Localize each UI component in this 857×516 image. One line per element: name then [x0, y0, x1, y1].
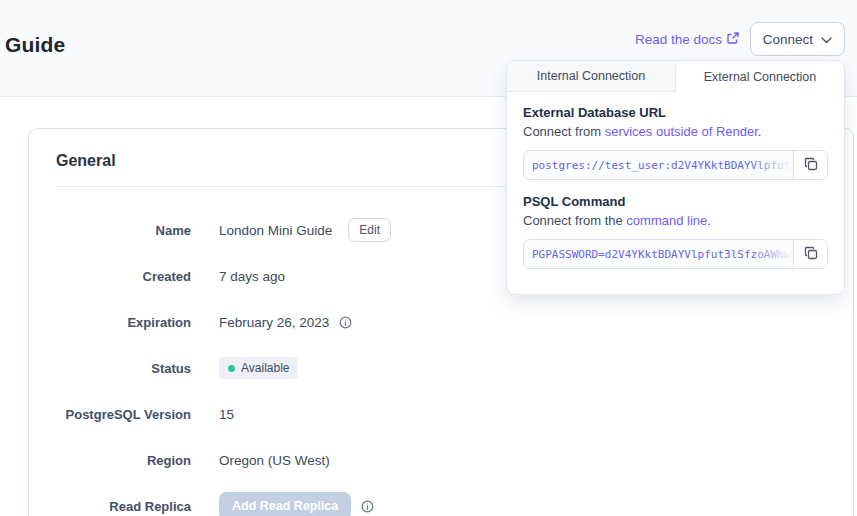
row-version-value: 15 — [219, 407, 234, 422]
info-icon[interactable] — [339, 316, 352, 329]
tab-external-connection[interactable]: External Connection — [675, 61, 844, 92]
external-link-icon — [727, 32, 739, 47]
read-the-docs-label: Read the docs — [635, 32, 722, 47]
row-created-value: 7 days ago — [219, 269, 285, 284]
external-db-url-field-wrap — [524, 151, 793, 179]
row-region-value: Oregon (US West) — [219, 453, 330, 468]
connection-tabs: Internal Connection External Connection — [507, 61, 844, 92]
page-title: Guide — [5, 33, 66, 57]
row-region: Region Oregon (US West) — [56, 437, 826, 483]
row-version-label: PostgreSQL Version — [56, 407, 191, 422]
edit-name-button[interactable]: Edit — [348, 218, 391, 242]
row-expiration-label: Expiration — [56, 315, 191, 330]
copy-psql-command-button[interactable] — [793, 240, 827, 268]
external-db-url-input[interactable] — [524, 151, 793, 179]
row-expiration-value: February 26, 2023 — [219, 315, 329, 330]
row-replica-label: Read Replica — [56, 499, 191, 514]
copy-icon — [804, 157, 818, 174]
info-icon[interactable] — [361, 500, 374, 513]
row-created-label: Created — [56, 269, 191, 284]
chevron-down-icon — [821, 32, 832, 47]
desc-suffix: . — [707, 213, 711, 228]
psql-command-desc: Connect from the command line. — [523, 213, 828, 228]
desc-prefix: Connect from the — [523, 213, 626, 228]
row-read-replica: Read Replica Add Read Replica — [56, 483, 826, 516]
services-outside-render-link[interactable]: services outside of Render — [605, 124, 758, 139]
add-read-replica-button[interactable]: Add Read Replica — [219, 492, 351, 516]
status-badge: Available — [219, 357, 298, 379]
psql-command-input[interactable] — [524, 240, 793, 268]
row-postgresql-version: PostgreSQL Version 15 — [56, 391, 826, 437]
row-name-label: Name — [56, 223, 191, 238]
copy-icon — [804, 246, 818, 263]
copy-external-url-button[interactable] — [793, 151, 827, 179]
status-dot — [228, 365, 235, 372]
external-db-url-field-group — [523, 150, 828, 180]
connect-button-label: Connect — [763, 32, 813, 47]
connect-popover: Internal Connection External Connection … — [506, 60, 845, 295]
row-region-label: Region — [56, 453, 191, 468]
row-name-value: London Mini Guide — [219, 223, 332, 238]
desc-prefix: Connect from — [523, 124, 605, 139]
psql-command-heading: PSQL Command — [523, 194, 828, 209]
row-status: Status Available — [56, 345, 826, 391]
psql-command-field-wrap — [524, 240, 793, 268]
tab-internal-connection[interactable]: Internal Connection — [507, 61, 675, 92]
command-line-link[interactable]: command line — [626, 213, 707, 228]
desc-suffix: . — [758, 124, 762, 139]
external-connection-panel: External Database URL Connect from servi… — [507, 92, 844, 269]
read-the-docs-link[interactable]: Read the docs — [635, 32, 739, 47]
psql-command-field-group — [523, 239, 828, 269]
status-badge-label: Available — [241, 361, 289, 375]
connect-button[interactable]: Connect — [750, 22, 845, 56]
external-db-url-heading: External Database URL — [523, 105, 828, 120]
row-expiration: Expiration February 26, 2023 — [56, 299, 826, 345]
row-status-label: Status — [56, 361, 191, 376]
external-db-url-desc: Connect from services outside of Render. — [523, 124, 828, 139]
